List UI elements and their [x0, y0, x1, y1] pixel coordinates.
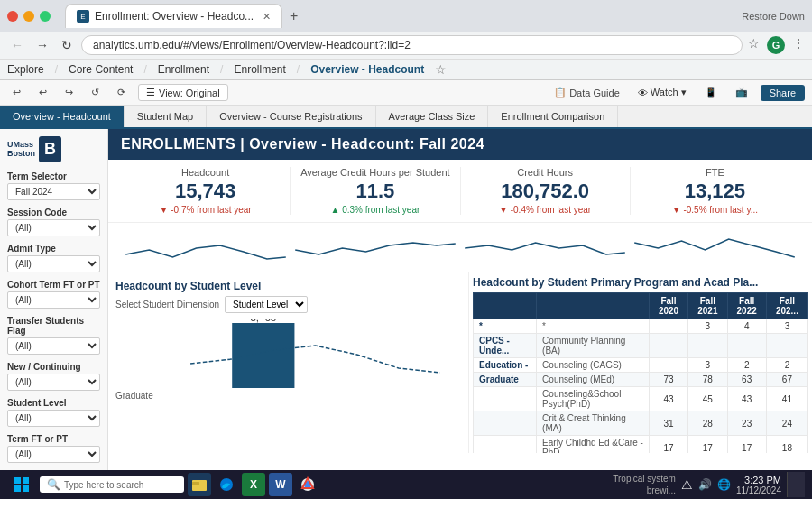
- filter-term-select[interactable]: Fall 2024: [7, 183, 100, 200]
- taskbar-word[interactable]: W: [269, 473, 292, 496]
- notification-text: Tropical system brewi...: [604, 473, 676, 496]
- cell-col1: [474, 387, 537, 411]
- redo-button[interactable]: ↪: [60, 85, 78, 100]
- watch-button[interactable]: 👁 Watch ▾: [632, 85, 692, 100]
- kpi-fte-change: ▼ -0.5% from last y...: [640, 205, 790, 215]
- bookmark-enrollment1[interactable]: Enrollment: [158, 63, 209, 76]
- program-table: Fall 2020 Fall 2021 Fall 2022 Fall 202..…: [473, 292, 808, 453]
- filter-new-cont-select[interactable]: (All): [7, 374, 100, 391]
- taskbar-app-icons: X W: [188, 473, 319, 496]
- share-button[interactable]: Share: [761, 85, 805, 101]
- kpi-headcount-label: Headcount: [130, 167, 281, 178]
- tab-overview-course-reg[interactable]: Overview - Course Registrations: [207, 106, 375, 127]
- cell-f2020: 73: [649, 373, 687, 387]
- svg-rect-0: [232, 323, 294, 388]
- filter-student-level-select[interactable]: (All): [7, 410, 100, 427]
- sparkline-avg-credits: [291, 223, 460, 272]
- favorite-star-icon[interactable]: ☆: [435, 62, 447, 77]
- tab-student-map[interactable]: Student Map: [125, 106, 207, 127]
- devices-button[interactable]: 📱: [699, 85, 723, 100]
- cell-col1: Education -: [474, 358, 537, 373]
- cell-f2023: 67: [766, 373, 807, 387]
- filter-session-select[interactable]: (All): [7, 219, 100, 236]
- cell-f2021: 3: [688, 319, 727, 334]
- taskbar-chrome[interactable]: [296, 473, 319, 496]
- filter-transfer: Transfer Students Flag (All): [7, 316, 100, 355]
- cell-f2020: [649, 358, 687, 373]
- col-header-fall2021: Fall 2021: [688, 293, 727, 319]
- undo2-button[interactable]: ↩: [33, 85, 52, 100]
- profile-icon[interactable]: G: [767, 36, 785, 54]
- taskbar-excel[interactable]: X: [242, 473, 265, 496]
- back-button[interactable]: ←: [7, 36, 27, 54]
- bookmarks-bar: Explore / Core Content / Enrollment / En…: [0, 59, 812, 79]
- pause-button[interactable]: ⟳: [112, 85, 131, 100]
- sidebar-logo: UMass Boston B: [7, 136, 100, 162]
- tab-bar: E Enrollment: Overview - Headco... ✕ +: [58, 4, 734, 28]
- filter-term-ft-pt-select[interactable]: (All): [7, 446, 100, 463]
- bookmark-explore[interactable]: Explore: [7, 63, 44, 76]
- cell-f2022: 63: [727, 373, 766, 387]
- filter-transfer-select[interactable]: (All): [7, 337, 100, 355]
- cell-col2: Crit & Creat Thinking (MA): [537, 411, 650, 436]
- bookmark-core-content[interactable]: Core Content: [69, 63, 133, 76]
- kpi-row: Headcount 15,743 ▼ -0.7% from last year …: [108, 160, 812, 223]
- taskbar-file-explorer[interactable]: [188, 473, 211, 496]
- col-header-fall2020: Fall 2020: [649, 293, 687, 319]
- windows-icon: [14, 477, 29, 492]
- tab-title: Enrollment: Overview - Headco...: [95, 10, 254, 23]
- bookmark-enrollment2[interactable]: Enrollment: [234, 63, 285, 76]
- speaker-icon: 🔊: [698, 478, 712, 491]
- cell-f2022: 43: [727, 387, 766, 411]
- nav-icons: ☆ G ⋮: [748, 36, 805, 54]
- sparkline-fte: [630, 223, 799, 272]
- kpi-fte-value: 13,125: [640, 180, 790, 203]
- filter-cohort-term: Cohort Term FT or PT (All): [7, 280, 100, 309]
- col-header-fall2022: Fall 2022: [727, 293, 766, 319]
- sidebar: UMass Boston B Term Selector Fall 2024 S…: [0, 129, 108, 470]
- tab-average-class-size[interactable]: Average Class Size: [376, 106, 489, 127]
- watch-label: Watch ▾: [651, 87, 687, 98]
- filter-cohort-label: Cohort Term FT or PT: [7, 280, 100, 290]
- url-bar[interactable]: [81, 35, 743, 55]
- filter-term-label: Term Selector: [7, 171, 100, 181]
- kpi-headcount-value: 15,743: [130, 180, 281, 203]
- search-bar[interactable]: 🔍 Type here to search: [40, 476, 184, 493]
- reload-button[interactable]: ↻: [58, 36, 76, 54]
- cell-f2021: 3: [688, 358, 727, 373]
- show-desktop-button[interactable]: [787, 472, 805, 497]
- cell-col1: [474, 411, 537, 436]
- tab-enrollment-comparison[interactable]: Enrollment Comparison: [488, 106, 618, 127]
- taskbar-edge[interactable]: [215, 473, 238, 496]
- col-header-fall2023: Fall 202...: [766, 293, 807, 319]
- revert-button[interactable]: ↺: [86, 85, 105, 100]
- new-tab-button[interactable]: +: [282, 5, 305, 28]
- filter-session-code: Session Code (All): [7, 208, 100, 236]
- more-options-icon[interactable]: ⋮: [792, 36, 805, 54]
- kpi-avg-credits: Average Credit Hours per Student 11.5 ▲ …: [291, 167, 460, 215]
- filter-cohort-select[interactable]: (All): [7, 291, 100, 309]
- start-button[interactable]: [7, 474, 36, 495]
- present-button[interactable]: 📺: [730, 85, 753, 100]
- restore-down-button[interactable]: Restore Down: [742, 11, 805, 22]
- bookmark-icon[interactable]: ☆: [748, 36, 760, 54]
- filter-student-level: Student Level (All): [7, 398, 100, 427]
- filter-admit-select[interactable]: (All): [7, 255, 100, 272]
- active-tab[interactable]: E Enrollment: Overview - Headco... ✕: [65, 4, 282, 28]
- forward-button[interactable]: →: [32, 36, 52, 54]
- network-icon: 🌐: [717, 478, 731, 491]
- kpi-avg-credits-label: Average Credit Hours per Student: [300, 167, 450, 178]
- kpi-avg-credits-value: 11.5: [300, 180, 450, 203]
- undo-button[interactable]: ↩: [7, 85, 26, 100]
- dimension-select[interactable]: Student Level: [225, 296, 308, 313]
- tab-overview-headcount[interactable]: Overview - Headcount: [0, 106, 125, 127]
- tab-close-button[interactable]: ✕: [263, 11, 271, 23]
- browser-chrome: E Enrollment: Overview - Headco... ✕ + R…: [0, 0, 812, 80]
- cell-f2022: 4: [727, 319, 766, 334]
- nav-bar: ← → ↻ ☆ G ⋮: [0, 32, 812, 59]
- view-original-selector[interactable]: ☰ View: Original: [138, 84, 228, 101]
- cell-f2020: [649, 319, 687, 334]
- search-icon: 🔍: [47, 478, 60, 491]
- filter-term-selector: Term Selector Fall 2024: [7, 171, 100, 200]
- data-guide-button[interactable]: 📋 Data Guide: [549, 85, 625, 100]
